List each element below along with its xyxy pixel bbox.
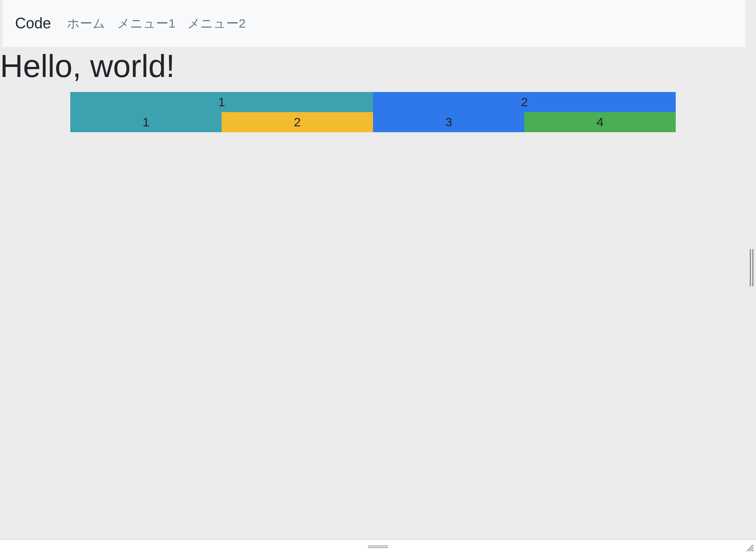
vertical-scrollbar[interactable]	[748, 249, 756, 287]
grid-container: 1 2 1 2 3 4	[70, 92, 676, 132]
navbar-links: ホーム メニュー1 メニュー2	[67, 15, 245, 32]
navbar-brand[interactable]: Code	[15, 15, 51, 32]
page-viewport: Code ホーム メニュー1 メニュー2 Hello, world! 1 2 1…	[3, 0, 745, 533]
grid-cell-r2c4: 4	[524, 112, 676, 132]
nav-link-menu1[interactable]: メニュー1	[117, 15, 176, 32]
grid-cell-r2c1: 1	[70, 112, 222, 132]
grid-row-2: 1 2 3 4	[70, 112, 676, 132]
svg-line-2	[752, 550, 753, 551]
grid-cell-r2c3: 3	[373, 112, 524, 132]
grid-cell-r1c2: 2	[373, 92, 676, 112]
grid-cell-r1c1: 1	[70, 92, 373, 112]
navbar: Code ホーム メニュー1 メニュー2	[3, 0, 745, 47]
footer-bar	[0, 540, 756, 553]
nav-link-home[interactable]: ホーム	[67, 15, 105, 32]
grid-cell-r2c2: 2	[222, 112, 373, 132]
nav-link-menu2[interactable]: メニュー2	[187, 15, 246, 32]
page-title: Hello, world!	[0, 49, 745, 84]
resize-grip-icon[interactable]	[745, 543, 753, 551]
drag-handle-icon[interactable]	[368, 545, 388, 548]
grid-row-1: 1 2	[70, 92, 676, 112]
